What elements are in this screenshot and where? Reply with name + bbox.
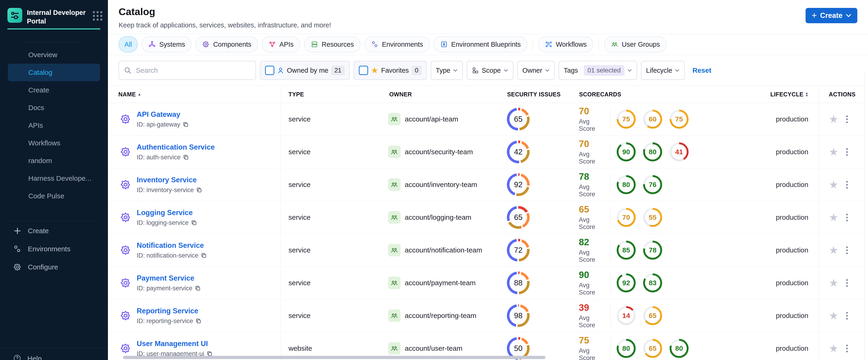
copy-icon[interactable] [183,154,189,160]
owned-by-me-checkbox[interactable] [265,66,274,75]
divider [610,306,611,326]
scorecard-value: 83 [645,275,660,291]
create-button[interactable]: + Create [806,8,857,23]
tab-separator [598,38,599,51]
search-box[interactable] [119,61,256,80]
copy-icon[interactable] [195,318,202,324]
scorecard-ring: 90 [617,142,636,161]
kebab-menu-icon[interactable] [845,245,849,256]
reset-filters-link[interactable]: Reset [692,66,711,74]
sidebar-accent-rule [7,28,100,30]
copy-icon[interactable] [195,285,201,291]
divider [610,240,611,260]
sidebar-item-docs[interactable]: Docs [8,99,100,117]
sidebar-item-harness-develope[interactable]: Harness Develope... [8,170,100,187]
table-row: Notification ServiceID: notification-ser… [108,234,868,267]
entity-name-link[interactable]: Reporting Service [137,307,198,315]
sidebar-item-create[interactable]: Create [0,222,108,240]
tab-environment-blueprints[interactable]: Environment Blueprints [434,36,527,53]
tab-systems[interactable]: Systems [142,36,191,53]
entity-type: service [281,246,381,254]
kebab-menu-icon[interactable] [845,114,849,124]
column-header-lifecycle[interactable]: LIFECYCLE▲▼ [722,91,818,98]
sidebar-item-overview[interactable]: Overview [8,46,100,64]
sidebar-item-create[interactable]: Create [8,81,100,99]
tab-apis[interactable]: APIs [262,36,300,53]
sidebar-item-catalog[interactable]: Catalog [8,64,100,81]
entity-id: ID: notification-service [137,252,207,259]
copy-icon[interactable] [196,187,202,193]
scorecard-ring: 80 [617,339,636,358]
tags-dropdown[interactable]: Tags 01 selected [559,61,637,80]
tab-workflows[interactable]: Workflows [538,36,593,53]
entity-name-link[interactable]: Payment Service [137,274,194,282]
owner-name: account/reporting-team [405,312,476,320]
kebab-menu-icon[interactable] [845,343,849,354]
scorecard-ring: 80 [670,339,689,358]
security-issues-count: 50 [509,339,527,357]
scorecard-ring: 55 [643,208,662,227]
owner-name: account/security-team [405,148,473,156]
entity-name-link[interactable]: API Gateway [137,110,180,118]
security-issues-count: 98 [509,307,527,325]
favorites-filter[interactable]: ★ Favorites 0 [354,61,427,80]
kebab-menu-icon[interactable] [845,147,849,157]
kebab-menu-icon[interactable] [845,212,849,223]
user-group-icon [388,342,401,355]
sidebar-item-random[interactable]: random [8,152,100,170]
chevron-down-icon [504,69,508,72]
tab-all[interactable]: All [119,36,137,53]
gear-icon [120,343,131,354]
entity-name-link[interactable]: Inventory Service [137,176,196,184]
divider [610,273,611,293]
column-header-actions: ACTIONS [818,91,868,98]
tab-user-groups[interactable]: User Groups [604,36,666,53]
entity-id: ID: logging-service [137,219,197,227]
workflows-icon [545,40,553,48]
tab-components[interactable]: Components [195,36,258,53]
avg-score-label: Avg Score [579,183,604,198]
sidebar-item-workflows[interactable]: Workflows [8,134,100,152]
sidebar-logo-row: Internal Developer Portal [7,8,102,26]
sidebar-item-apis[interactable]: APIs [8,117,100,134]
owner-dropdown[interactable]: Owner [517,61,555,80]
entity-name-link[interactable]: Logging Service [137,209,193,217]
tab-resources[interactable]: Resources [304,36,361,53]
kebab-menu-icon[interactable] [845,180,849,190]
scorecard-ring: 70 [617,208,636,227]
scorecard-ring: 65 [643,306,662,325]
horizontal-scrollbar[interactable] [123,356,546,359]
entity-name-link[interactable]: Notification Service [137,241,204,249]
sidebar-item-configure[interactable]: Configure [0,258,108,276]
entity-name-link[interactable]: Authentication Service [137,143,215,151]
app-switcher-grid-icon[interactable] [93,11,102,21]
type-dropdown[interactable]: Type [431,61,463,80]
tags-selected-badge: 01 selected [584,65,624,76]
sidebar-item-code-pulse[interactable]: Code Pulse [8,187,100,205]
vertical-scrollbar[interactable] [865,73,868,360]
avg-score-label: Avg Score [579,118,604,132]
copy-icon[interactable] [183,121,189,127]
entity-type: service [281,312,381,320]
kebab-menu-icon[interactable] [845,310,849,321]
lifecycle-dropdown[interactable]: Lifecycle [641,61,685,80]
copy-icon[interactable] [201,252,207,259]
scope-dropdown[interactable]: Scope [467,61,513,80]
column-header-name[interactable]: NAME▲ [108,91,281,98]
copy-icon[interactable] [191,220,197,226]
tab-environments[interactable]: Environments [364,36,430,53]
entity-id: ID: payment-service [137,285,201,292]
user-group-icon [388,244,401,257]
kebab-menu-icon[interactable] [845,278,849,288]
lifecycle-value: production [722,181,818,188]
sidebar-item-environments[interactable]: Environments [0,240,108,258]
sidebar-item-label: Help [27,355,42,360]
favorites-checkbox[interactable] [359,66,368,75]
entity-name-link[interactable]: User Management UI [137,339,208,348]
avg-score-label: Avg Score [579,282,604,296]
sidebar-item-help[interactable]: Help [0,348,108,360]
gear-icon [120,212,131,223]
gear-icon [120,146,131,157]
owned-by-me-filter[interactable]: Owned by me 21 [260,61,350,80]
search-input[interactable] [135,66,251,74]
